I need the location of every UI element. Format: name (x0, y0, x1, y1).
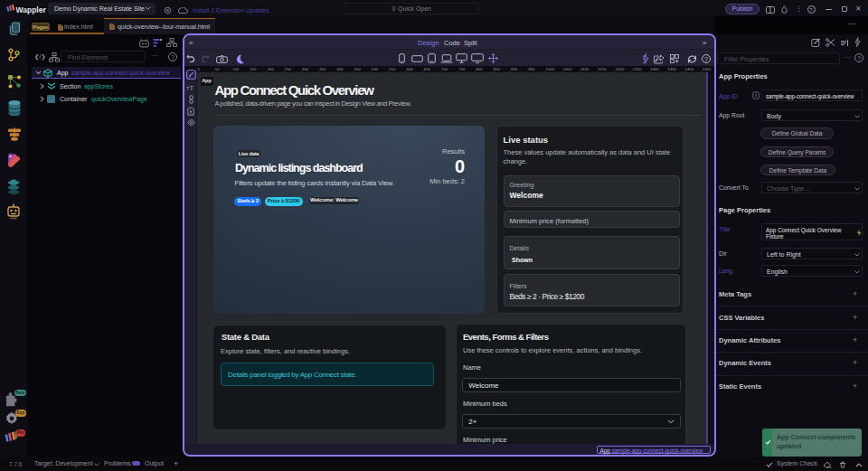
svg-text:1300: 1300 (650, 67, 659, 71)
svg-text:150: 150 (250, 67, 257, 71)
svg-text:850: 850 (494, 67, 501, 71)
svg-text:200: 200 (268, 67, 275, 71)
svg-text:900: 900 (511, 67, 518, 71)
svg-text:650: 650 (424, 67, 431, 71)
svg-text:1100: 1100 (580, 67, 590, 71)
svg-text:300: 300 (302, 67, 309, 71)
svg-text:1400: 1400 (685, 67, 694, 71)
svg-text:500: 500 (372, 67, 379, 71)
svg-text:1250: 1250 (633, 67, 642, 71)
svg-text:1450: 1450 (703, 67, 712, 71)
svg-text:450: 450 (354, 67, 362, 71)
svg-text:250: 250 (285, 67, 292, 71)
svg-text:1350: 1350 (667, 67, 676, 71)
svg-text:100: 100 (232, 67, 240, 71)
svg-text:1000: 1000 (546, 67, 555, 71)
svg-text:550: 550 (389, 67, 396, 71)
svg-text:350: 350 (319, 67, 326, 71)
svg-text:50: 50 (215, 67, 220, 71)
svg-text:800: 800 (476, 67, 484, 71)
svg-text:700: 700 (441, 67, 448, 71)
svg-text:1050: 1050 (563, 67, 572, 71)
svg-text:1150: 1150 (598, 67, 607, 71)
svg-text:1200: 1200 (616, 67, 625, 71)
svg-text:400: 400 (337, 67, 344, 71)
svg-text:750: 750 (458, 67, 466, 71)
svg-text:950: 950 (528, 67, 535, 71)
svg-text:600: 600 (407, 67, 414, 71)
